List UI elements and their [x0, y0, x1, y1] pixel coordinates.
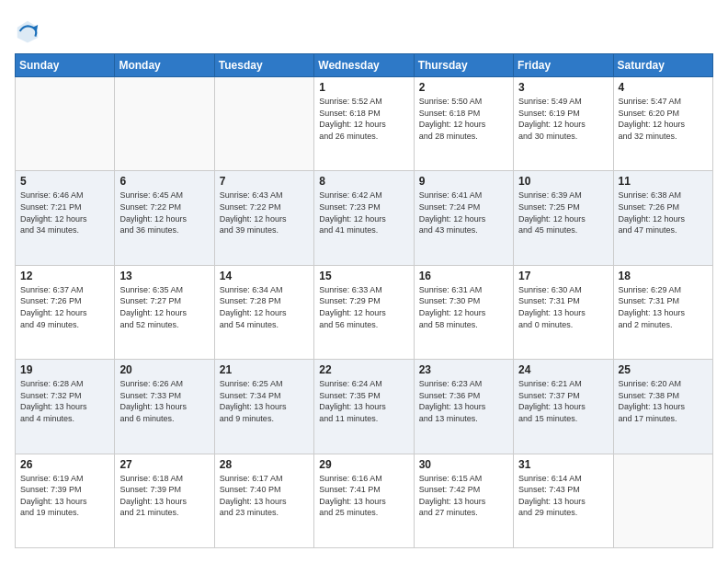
calendar-cell: 18Sunrise: 6:29 AM Sunset: 7:31 PM Dayli…: [613, 265, 712, 359]
week-row-4: 19Sunrise: 6:28 AM Sunset: 7:32 PM Dayli…: [16, 360, 713, 454]
calendar-cell: 27Sunrise: 6:18 AM Sunset: 7:39 PM Dayli…: [115, 454, 214, 547]
calendar-cell: 31Sunrise: 6:14 AM Sunset: 7:43 PM Dayli…: [514, 454, 613, 547]
day-number: 15: [319, 270, 408, 282]
calendar-cell: 12Sunrise: 6:37 AM Sunset: 7:26 PM Dayli…: [16, 265, 115, 359]
week-row-5: 26Sunrise: 6:19 AM Sunset: 7:39 PM Dayli…: [16, 454, 713, 547]
weekday-header-thursday: Thursday: [414, 54, 513, 77]
day-number: 12: [20, 270, 109, 282]
calendar-cell: 1Sunrise: 5:52 AM Sunset: 6:18 PM Daylig…: [314, 77, 414, 171]
day-info: Sunrise: 6:18 AM Sunset: 7:39 PM Dayligh…: [119, 473, 209, 519]
day-info: Sunrise: 6:43 AM Sunset: 7:22 PM Dayligh…: [220, 190, 309, 236]
calendar-cell: 28Sunrise: 6:17 AM Sunset: 7:40 PM Dayli…: [214, 454, 313, 547]
day-number: 13: [119, 270, 209, 282]
header-row: SundayMondayTuesdayWednesdayThursdayFrid…: [16, 54, 713, 77]
day-number: 30: [419, 458, 508, 471]
day-info: Sunrise: 5:49 AM Sunset: 6:19 PM Dayligh…: [518, 96, 608, 142]
weekday-header-friday: Friday: [514, 54, 613, 77]
day-number: 24: [518, 363, 608, 376]
calendar-cell: 21Sunrise: 6:25 AM Sunset: 7:34 PM Dayli…: [214, 360, 313, 454]
calendar-cell: 14Sunrise: 6:34 AM Sunset: 7:28 PM Dayli…: [214, 265, 313, 359]
day-info: Sunrise: 6:42 AM Sunset: 7:23 PM Dayligh…: [319, 190, 408, 236]
calendar-cell: 19Sunrise: 6:28 AM Sunset: 7:32 PM Dayli…: [16, 360, 115, 454]
day-info: Sunrise: 6:19 AM Sunset: 7:39 PM Dayligh…: [20, 473, 109, 519]
day-number: 2: [419, 81, 508, 94]
calendar-cell: 30Sunrise: 6:15 AM Sunset: 7:42 PM Dayli…: [414, 454, 513, 547]
calendar-cell: 7Sunrise: 6:43 AM Sunset: 7:22 PM Daylig…: [214, 171, 313, 265]
day-number: 14: [220, 270, 309, 282]
day-info: Sunrise: 6:37 AM Sunset: 7:26 PM Dayligh…: [20, 284, 109, 330]
day-info: Sunrise: 6:41 AM Sunset: 7:24 PM Dayligh…: [419, 190, 508, 236]
day-info: Sunrise: 6:15 AM Sunset: 7:42 PM Dayligh…: [419, 473, 508, 519]
day-number: 31: [518, 458, 608, 471]
weekday-header-monday: Monday: [115, 54, 214, 77]
day-number: 11: [619, 175, 708, 188]
calendar-cell: 23Sunrise: 6:23 AM Sunset: 7:36 PM Dayli…: [414, 360, 513, 454]
day-info: Sunrise: 6:16 AM Sunset: 7:41 PM Dayligh…: [319, 473, 408, 519]
page: SundayMondayTuesdayWednesdayThursdayFrid…: [0, 0, 728, 563]
weekday-header-wednesday: Wednesday: [314, 54, 414, 77]
calendar-cell: 25Sunrise: 6:20 AM Sunset: 7:38 PM Dayli…: [613, 360, 712, 454]
day-number: 26: [20, 458, 109, 471]
calendar-cell: 3Sunrise: 5:49 AM Sunset: 6:19 PM Daylig…: [514, 77, 613, 171]
weekday-header-saturday: Saturday: [613, 54, 712, 77]
day-info: Sunrise: 6:35 AM Sunset: 7:27 PM Dayligh…: [119, 284, 209, 330]
day-info: Sunrise: 6:14 AM Sunset: 7:43 PM Dayligh…: [518, 473, 608, 519]
day-number: 28: [220, 458, 309, 471]
day-info: Sunrise: 6:25 AM Sunset: 7:34 PM Dayligh…: [220, 378, 309, 424]
calendar-cell: 4Sunrise: 5:47 AM Sunset: 6:20 PM Daylig…: [613, 77, 712, 171]
day-number: 18: [619, 270, 708, 282]
weekday-header-tuesday: Tuesday: [214, 54, 313, 77]
day-info: Sunrise: 6:45 AM Sunset: 7:22 PM Dayligh…: [119, 190, 209, 236]
day-info: Sunrise: 6:34 AM Sunset: 7:28 PM Dayligh…: [220, 284, 309, 330]
day-number: 29: [319, 458, 408, 471]
weekday-header-sunday: Sunday: [16, 54, 115, 77]
calendar-table: SundayMondayTuesdayWednesdayThursdayFrid…: [15, 53, 713, 548]
day-info: Sunrise: 6:39 AM Sunset: 7:25 PM Dayligh…: [518, 190, 608, 236]
day-info: Sunrise: 5:50 AM Sunset: 6:18 PM Dayligh…: [419, 96, 508, 142]
day-number: 22: [319, 363, 408, 376]
day-number: 16: [419, 270, 508, 282]
calendar-cell: [613, 454, 712, 547]
calendar-cell: 16Sunrise: 6:31 AM Sunset: 7:30 PM Dayli…: [414, 265, 513, 359]
calendar-cell: 22Sunrise: 6:24 AM Sunset: 7:35 PM Dayli…: [314, 360, 414, 454]
calendar-cell: 29Sunrise: 6:16 AM Sunset: 7:41 PM Dayli…: [314, 454, 414, 547]
calendar-cell: 6Sunrise: 6:45 AM Sunset: 7:22 PM Daylig…: [115, 171, 214, 265]
week-row-3: 12Sunrise: 6:37 AM Sunset: 7:26 PM Dayli…: [16, 265, 713, 359]
header: [15, 15, 713, 44]
day-number: 5: [20, 175, 109, 188]
day-info: Sunrise: 6:20 AM Sunset: 7:38 PM Dayligh…: [619, 378, 708, 424]
day-info: Sunrise: 6:31 AM Sunset: 7:30 PM Dayligh…: [419, 284, 508, 330]
day-info: Sunrise: 6:21 AM Sunset: 7:37 PM Dayligh…: [518, 378, 608, 424]
day-info: Sunrise: 6:23 AM Sunset: 7:36 PM Dayligh…: [419, 378, 508, 424]
calendar-cell: 24Sunrise: 6:21 AM Sunset: 7:37 PM Dayli…: [514, 360, 613, 454]
calendar-cell: [214, 77, 313, 171]
calendar-cell: 5Sunrise: 6:46 AM Sunset: 7:21 PM Daylig…: [16, 171, 115, 265]
day-info: Sunrise: 6:28 AM Sunset: 7:32 PM Dayligh…: [20, 378, 109, 424]
day-number: 9: [419, 175, 508, 188]
day-number: 27: [119, 458, 209, 471]
day-info: Sunrise: 6:29 AM Sunset: 7:31 PM Dayligh…: [619, 284, 708, 330]
day-number: 19: [20, 363, 109, 376]
calendar-cell: 11Sunrise: 6:38 AM Sunset: 7:26 PM Dayli…: [613, 171, 712, 265]
day-info: Sunrise: 6:24 AM Sunset: 7:35 PM Dayligh…: [319, 378, 408, 424]
day-info: Sunrise: 6:17 AM Sunset: 7:40 PM Dayligh…: [220, 473, 309, 519]
calendar-cell: 13Sunrise: 6:35 AM Sunset: 7:27 PM Dayli…: [115, 265, 214, 359]
calendar-cell: 15Sunrise: 6:33 AM Sunset: 7:29 PM Dayli…: [314, 265, 414, 359]
day-number: 21: [220, 363, 309, 376]
day-number: 3: [518, 81, 608, 94]
calendar-cell: 9Sunrise: 6:41 AM Sunset: 7:24 PM Daylig…: [414, 171, 513, 265]
week-row-2: 5Sunrise: 6:46 AM Sunset: 7:21 PM Daylig…: [16, 171, 713, 265]
logo-icon: [15, 18, 40, 44]
day-info: Sunrise: 6:26 AM Sunset: 7:33 PM Dayligh…: [119, 378, 209, 424]
day-number: 20: [119, 363, 209, 376]
day-info: Sunrise: 6:33 AM Sunset: 7:29 PM Dayligh…: [319, 284, 408, 330]
day-number: 6: [119, 175, 209, 188]
day-number: 23: [419, 363, 508, 376]
svg-marker-0: [17, 21, 38, 43]
day-info: Sunrise: 6:38 AM Sunset: 7:26 PM Dayligh…: [619, 190, 708, 236]
calendar-cell: [115, 77, 214, 171]
calendar-cell: 26Sunrise: 6:19 AM Sunset: 7:39 PM Dayli…: [16, 454, 115, 547]
day-info: Sunrise: 5:47 AM Sunset: 6:20 PM Dayligh…: [619, 96, 708, 142]
calendar-cell: 10Sunrise: 6:39 AM Sunset: 7:25 PM Dayli…: [514, 171, 613, 265]
calendar-cell: 17Sunrise: 6:30 AM Sunset: 7:31 PM Dayli…: [514, 265, 613, 359]
